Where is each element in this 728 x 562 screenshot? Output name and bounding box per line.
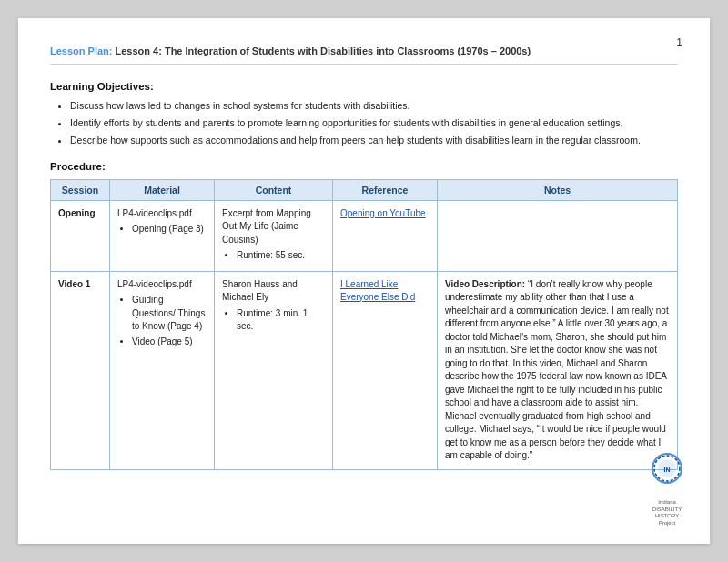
row1-content: Excerpt from Mapping Out My Life (Jaime … — [215, 200, 333, 271]
col-reference: Reference — [333, 179, 438, 200]
row2-session: Video 1 — [51, 271, 110, 469]
row2-material: LP4-videoclips.pdf Guiding Questions/ Th… — [110, 271, 215, 469]
procedure-title: Procedure: — [50, 161, 678, 172]
objective-1: Discuss how laws led to changes in schoo… — [70, 99, 678, 113]
row1-content-bullet-1: Runtime: 55 sec. — [237, 249, 325, 263]
table-row: Video 1 LP4-videoclips.pdf Guiding Quest… — [51, 271, 678, 469]
logo-text: Indiana DISABILITY HISTORY Project — [644, 499, 690, 527]
row2-content: Sharon Hauss and Michael Ely Runtime: 3 … — [215, 271, 333, 469]
row1-reference: Opening on YouTube — [333, 200, 438, 271]
notes-text: “I don’t really know why people underest… — [445, 279, 669, 461]
svg-text:IN: IN — [664, 467, 671, 473]
logo-icon: IN — [644, 450, 690, 496]
row2-reference: I Learned Like Everyone Else Did — [333, 271, 438, 469]
col-content: Content — [215, 179, 333, 200]
objective-3: Describe how supports such as accommodat… — [70, 134, 678, 147]
row2-content-bullet-1: Runtime: 3 min. 1 sec. — [237, 307, 325, 334]
table-row: Opening LP4-videoclips.pdf Opening (Page… — [51, 200, 678, 271]
row2-notes: Video Description: “I don’t really know … — [438, 271, 678, 469]
page-number: 1 — [676, 36, 682, 49]
table-header-row: Session Material Content Reference Notes — [51, 179, 678, 200]
row1-material-bullet-1: Opening (Page 3) — [132, 223, 207, 236]
procedure-table: Session Material Content Reference Notes… — [50, 179, 678, 470]
learning-objectives-list: Discuss how laws led to changes in schoo… — [50, 99, 678, 148]
row2-material-bullet-1: Guiding Questions/ Things to Know (Page … — [132, 294, 207, 334]
objective-2: Identify efforts by students and parents… — [70, 116, 678, 130]
notes-bold: Video Description: — [445, 279, 525, 289]
lesson-plan-label: Lesson Plan: — [50, 45, 112, 56]
row2-reference-link[interactable]: I Learned Like Everyone Else Did — [340, 279, 415, 303]
row1-notes — [438, 200, 678, 271]
col-notes: Notes — [438, 179, 678, 200]
row1-reference-link[interactable]: Opening on YouTube — [340, 208, 426, 218]
document-header: Lesson Plan: Lesson 4: The Integration o… — [50, 45, 678, 65]
document-page: 1 Lesson Plan: Lesson 4: The Integration… — [18, 18, 710, 544]
lesson-title: Lesson 4: The Integration of Students wi… — [116, 45, 531, 56]
learning-objectives-title: Learning Objectives: — [50, 81, 678, 92]
row2-material-bullet-2: Video (Page 5) — [132, 336, 207, 349]
row1-material: LP4-videoclips.pdf Opening (Page 3) — [110, 200, 215, 271]
col-session: Session — [51, 179, 110, 200]
logo-area: IN Indiana DISABILITY HISTORY Project — [644, 450, 690, 527]
col-material: Material — [110, 179, 215, 200]
row1-session: Opening — [51, 200, 110, 271]
